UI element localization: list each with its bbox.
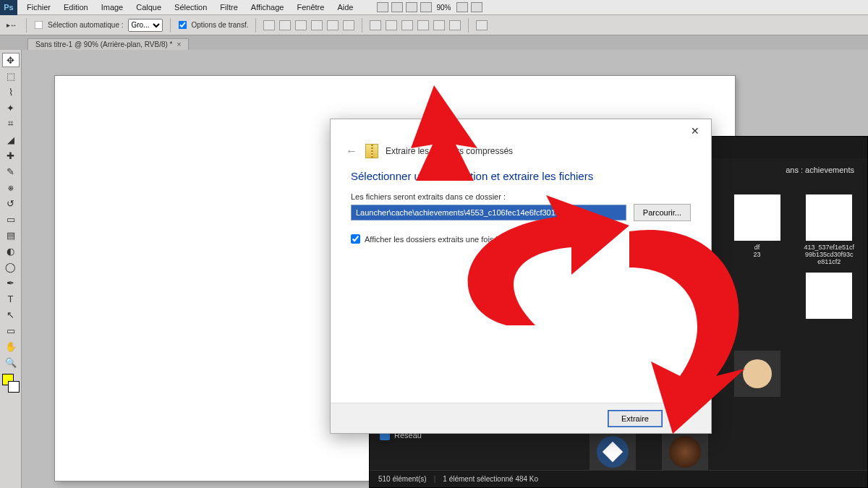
brush-tool[interactable]: ✎ bbox=[2, 164, 20, 179]
menubar-icon-4[interactable] bbox=[420, 2, 432, 12]
destination-label: Les fichiers seront extraits dans ce dos… bbox=[331, 192, 711, 204]
crop-tool[interactable]: ⌗ bbox=[2, 116, 20, 131]
file-thumbnail bbox=[734, 351, 780, 397]
menu-help[interactable]: Aide bbox=[331, 3, 359, 12]
file-thumbnail bbox=[590, 429, 636, 475]
menubar-icon-3[interactable] bbox=[406, 2, 417, 12]
menubar-icon-6[interactable] bbox=[471, 2, 482, 12]
close-button[interactable]: ✕ bbox=[684, 122, 707, 140]
menu-layer[interactable]: Calque bbox=[129, 3, 168, 12]
align-icon-6[interactable] bbox=[343, 20, 354, 30]
transform-label: Options de transf. bbox=[192, 21, 249, 29]
transform-checkbox[interactable] bbox=[178, 21, 187, 30]
back-button[interactable]: ← bbox=[345, 145, 358, 158]
file-thumbnail bbox=[806, 194, 852, 241]
path-tool[interactable]: ↖ bbox=[2, 307, 20, 322]
align-icon-5[interactable] bbox=[327, 20, 339, 30]
dist-icon-4[interactable] bbox=[417, 20, 429, 30]
dodge-tool[interactable]: ◯ bbox=[2, 260, 20, 274]
dist-icon-6[interactable] bbox=[449, 20, 461, 30]
file-thumbnail bbox=[662, 429, 708, 475]
history-tool[interactable]: ↺ bbox=[2, 196, 20, 210]
dist-icon-1[interactable] bbox=[370, 20, 381, 30]
dialog-heading: Sélectionner une destination et extraire… bbox=[331, 164, 711, 192]
color-swatches[interactable] bbox=[2, 374, 20, 393]
shape-tool[interactable]: ▭ bbox=[2, 323, 20, 338]
zip-icon bbox=[365, 144, 378, 158]
photoshop-menubar: Ps Fichier Edition Image Calque Sélectio… bbox=[0, 0, 868, 15]
menu-file[interactable]: Fichier bbox=[20, 3, 57, 12]
menu-image[interactable]: Image bbox=[95, 3, 130, 12]
file-thumbnail bbox=[734, 194, 780, 241]
menu-view[interactable]: Affichage bbox=[244, 3, 291, 12]
browse-button[interactable]: Parcourir... bbox=[634, 204, 691, 221]
show-extracted-label: Afficher les dossiers extraits une fois … bbox=[365, 235, 519, 244]
file-caption: df 23 bbox=[754, 244, 761, 258]
auto-select-checkbox[interactable] bbox=[35, 21, 43, 30]
file-thumbnail bbox=[806, 273, 852, 319]
align-icon-2[interactable] bbox=[279, 20, 291, 30]
explorer-status-bar: 510 élément(s) | 1 élément sélectionné 4… bbox=[370, 470, 867, 487]
menubar-icon-2[interactable] bbox=[391, 2, 403, 12]
photoshop-toolbox: ✥⬚⌇✦⌗◢✚✎⎈↺▭▤◐◯✒T↖▭✋🔍 bbox=[0, 50, 22, 488]
menu-edit[interactable]: Edition bbox=[57, 3, 95, 12]
stamp-tool[interactable]: ⎈ bbox=[2, 180, 20, 194]
healing-tool[interactable]: ✚ bbox=[2, 148, 20, 163]
document-tab-title: Sans titre-1 @ 90% (Arrière-plan, RVB/8)… bbox=[35, 40, 172, 48]
file-item[interactable] bbox=[723, 349, 791, 423]
menubar-icon-1[interactable] bbox=[377, 2, 388, 12]
type-tool[interactable]: T bbox=[2, 291, 20, 306]
file-caption: 413_537ef1e51cf 99b135cd30f93c e811cf2 bbox=[804, 244, 854, 265]
auto-select-dropdown[interactable]: Gro... bbox=[128, 19, 163, 32]
dist-icon-3[interactable] bbox=[401, 20, 413, 30]
dist-icon-2[interactable] bbox=[386, 20, 397, 30]
status-count: 510 élément(s) bbox=[378, 475, 427, 483]
align-icon-1[interactable] bbox=[263, 20, 275, 30]
dialog-title: Extraire les dossiers compressés bbox=[386, 146, 513, 156]
close-tab-icon[interactable]: × bbox=[176, 40, 181, 48]
align-icon-3[interactable] bbox=[295, 20, 307, 30]
photoshop-options-bar: ▸↔ Sélection automatique : Gro... Option… bbox=[0, 15, 868, 35]
photoshop-logo: Ps bbox=[0, 0, 17, 15]
auto-select-label: Sélection automatique : bbox=[48, 21, 124, 29]
file-item[interactable]: 413_537ef1e51cf 99b135cd30f93c e811cf2 bbox=[795, 193, 863, 267]
menubar-icon-5[interactable] bbox=[456, 2, 468, 12]
extra-icon-1[interactable] bbox=[476, 20, 488, 30]
file-item[interactable] bbox=[795, 271, 863, 345]
extract-button[interactable]: Extraire bbox=[608, 410, 663, 427]
marquee-tool[interactable]: ⬚ bbox=[2, 69, 20, 83]
eyedropper-tool[interactable]: ◢ bbox=[2, 132, 20, 147]
gradient-tool[interactable]: ▤ bbox=[2, 228, 20, 242]
document-tab[interactable]: Sans titre-1 @ 90% (Arrière-plan, RVB/8)… bbox=[27, 38, 189, 50]
dist-icon-5[interactable] bbox=[433, 20, 445, 30]
blur-tool[interactable]: ◐ bbox=[2, 244, 20, 258]
menu-window[interactable]: Fenêtre bbox=[290, 3, 331, 12]
zoom-tool[interactable]: 🔍 bbox=[2, 355, 20, 369]
extract-dialog: ✕ ← Extraire les dossiers compressés Sél… bbox=[330, 119, 712, 434]
pen-tool[interactable]: ✒ bbox=[2, 275, 20, 290]
align-icon-4[interactable] bbox=[311, 20, 323, 30]
status-selected: 1 élément sélectionné 484 Ko bbox=[443, 475, 538, 483]
explorer-breadcrumb[interactable]: ans : achievements bbox=[786, 166, 854, 174]
photoshop-doc-tabs: Sans titre-1 @ 90% (Arrière-plan, RVB/8)… bbox=[0, 35, 868, 50]
file-item[interactable]: df 23 bbox=[723, 193, 791, 267]
hand-tool[interactable]: ✋ bbox=[2, 339, 20, 354]
eraser-tool[interactable]: ▭ bbox=[2, 212, 20, 226]
zoom-percent[interactable]: 90% bbox=[436, 4, 451, 12]
move-tool-indicator-icon: ▸↔ bbox=[4, 20, 19, 31]
menu-select[interactable]: Sélection bbox=[168, 3, 213, 12]
lasso-tool[interactable]: ⌇ bbox=[2, 85, 20, 99]
wand-tool[interactable]: ✦ bbox=[2, 100, 20, 115]
show-extracted-checkbox[interactable] bbox=[351, 234, 360, 244]
menu-filter[interactable]: Filtre bbox=[213, 3, 244, 12]
destination-path-input[interactable]: Launcher\cache\achievements\4553_c106fec… bbox=[351, 205, 626, 221]
move-tool[interactable]: ✥ bbox=[2, 53, 20, 67]
